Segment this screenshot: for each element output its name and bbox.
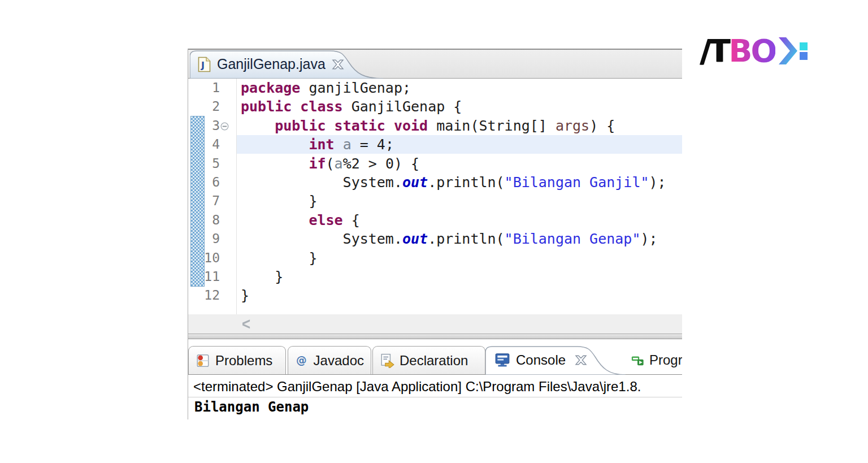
line-number[interactable]: 12: [188, 286, 220, 305]
code-token: "Bilangan Ganjil": [505, 174, 649, 191]
code-token: main(String[]: [428, 118, 555, 134]
tab-label: Declaration: [400, 353, 468, 369]
fold-collapse-icon[interactable]: [220, 122, 229, 131]
tab-problems[interactable]: Problems: [188, 346, 286, 374]
editor-tab-label: GanjilGenap.java: [217, 56, 326, 72]
window-left-border: [188, 49, 188, 419]
progress-icon: [631, 353, 644, 367]
code-token: }: [241, 269, 283, 285]
code-token: GanjilGenap {: [343, 98, 462, 115]
code-token: System.: [241, 174, 402, 191]
code-token: .println(: [428, 231, 504, 247]
tab-progress[interactable]: Progress: [628, 346, 682, 374]
code-token: = 4;: [351, 136, 394, 153]
problems-icon: [196, 353, 210, 368]
method-range-indicator: [190, 116, 205, 287]
code-token: }: [241, 287, 249, 304]
code-line[interactable]: }: [241, 267, 283, 286]
code-token: [241, 136, 309, 153]
svg-text:J: J: [201, 60, 205, 71]
code-token: System.: [241, 231, 402, 247]
code-line[interactable]: }: [241, 192, 317, 210]
line-number[interactable]: 2: [188, 97, 220, 116]
tab-label: Problems: [215, 353, 272, 369]
code-line[interactable]: int a = 4;: [241, 135, 394, 154]
code-token: %2 > 0) {: [343, 155, 419, 172]
code-editor[interactable]: 123456789101112 package ganjilGenap;publ…: [188, 79, 682, 314]
bottom-tab-bar: Problems @ Javadoc Declaration: [188, 345, 682, 375]
code-token: }: [241, 193, 317, 209]
code-line[interactable]: else {: [241, 211, 360, 230]
code-token: ) {: [589, 118, 615, 134]
code-token: [241, 118, 275, 134]
bottom-view-panel: Problems @ Javadoc Declaration: [188, 339, 682, 419]
tab-console[interactable]: Console: [485, 345, 628, 375]
code-token: .println(: [428, 174, 504, 191]
code-token: int: [309, 136, 334, 153]
tab-javadoc[interactable]: @ Javadoc: [288, 346, 371, 374]
line-number[interactable]: 1: [188, 79, 220, 97]
tab-label: Javadoc: [314, 353, 364, 369]
code-token: (: [326, 155, 335, 172]
code-token: a: [343, 136, 351, 153]
code-token: out: [402, 174, 428, 191]
javadoc-icon: @: [295, 353, 309, 368]
code-token: "Bilangan Genap": [505, 231, 641, 247]
close-icon[interactable]: [575, 355, 587, 365]
code-line[interactable]: }: [241, 286, 249, 305]
page: /T BO: [0, 0, 868, 463]
code-line[interactable]: }: [241, 249, 317, 267]
code-token: a: [335, 155, 343, 172]
code-line[interactable]: public static void main(String[] args) {: [241, 116, 615, 135]
declaration-icon: [380, 353, 394, 368]
code-line[interactable]: if(a%2 > 0) {: [241, 154, 419, 173]
tab-label: Console: [516, 352, 566, 368]
code-token: out: [402, 231, 428, 247]
code-line[interactable]: public class GanjilGenap {: [241, 97, 462, 116]
editor-tab-ganjilgenap[interactable]: J GanjilGenap.java: [190, 50, 382, 79]
console-output[interactable]: Bilangan Genap: [194, 399, 309, 415]
code-token: [335, 136, 343, 153]
logo-text-it: /T: [700, 33, 728, 69]
console-status-line: <terminated> GanjilGenap [Java Applicati…: [188, 377, 682, 397]
code-token: [241, 155, 309, 172]
console-icon: [494, 353, 510, 367]
code-token: );: [649, 174, 666, 191]
code-line[interactable]: package ganjilGenap;: [241, 79, 411, 97]
java-file-icon: J: [198, 57, 211, 72]
close-icon[interactable]: [332, 59, 344, 70]
code-token: public static void: [275, 118, 428, 134]
code-token: args: [555, 118, 589, 134]
itbox-logo: /T BO: [700, 34, 810, 68]
svg-text:@: @: [296, 354, 307, 366]
gutter-separator: [236, 79, 237, 314]
code-token: }: [241, 250, 317, 266]
tab-declaration[interactable]: Declaration: [372, 346, 485, 374]
tab-label: Progress: [649, 352, 682, 368]
code-token: ganjilGenap;: [300, 80, 411, 96]
code-token: public class: [241, 98, 343, 115]
code-token: else: [309, 212, 342, 228]
code-line[interactable]: System.out.println("Bilangan Ganjil");: [241, 173, 666, 192]
code-token: {: [343, 212, 360, 228]
eclipse-window: J GanjilGenap.java 123456789101112 packa…: [188, 49, 682, 419]
logo-text-bo: BO: [729, 33, 776, 69]
itbox-x-icon: [777, 35, 810, 67]
code-token: );: [640, 231, 657, 247]
code-line[interactable]: System.out.println("Bilangan Genap");: [241, 230, 658, 248]
view-sash[interactable]: [188, 334, 682, 339]
scroll-left-arrow-icon[interactable]: <: [242, 314, 250, 335]
code-token: package: [241, 80, 300, 96]
code-token: [241, 212, 309, 228]
horizontal-scrollbar[interactable]: <: [188, 314, 682, 334]
code-token: if: [309, 155, 326, 172]
